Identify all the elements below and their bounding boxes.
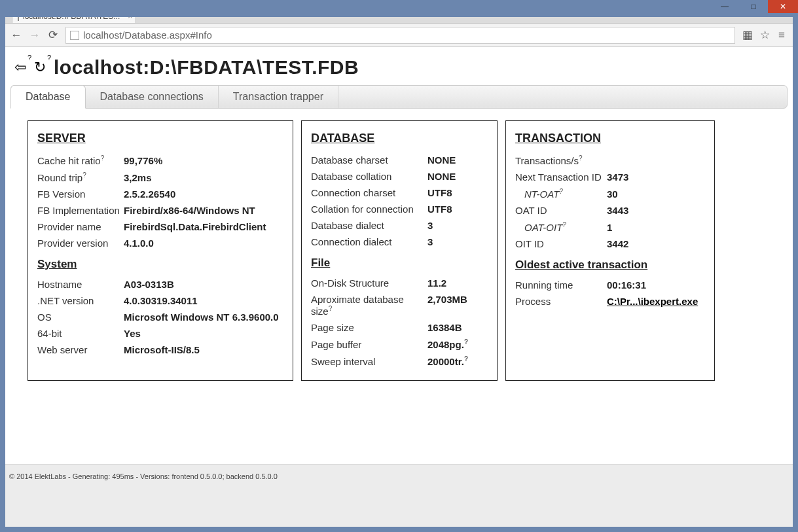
address-bar[interactable]: localhost/Database.aspx#Info [65, 27, 735, 44]
server-label: FB Implementation [37, 205, 124, 216]
transaction-value: 3473 [607, 171, 628, 183]
database-row: Collation for connectionUTF8 [311, 201, 488, 217]
tab-database-connections[interactable]: Database connections [86, 86, 219, 108]
file-label: Sweep interval [311, 356, 427, 367]
server-label: Provider name [37, 221, 124, 232]
back-icon[interactable]: ← [10, 29, 22, 42]
transaction-label: OAT ID [515, 205, 607, 216]
system-label: .NET version [37, 295, 124, 306]
file-value: 2,703MB [427, 294, 467, 305]
database-row: Database charsetNONE [311, 152, 488, 168]
file-title: File [311, 257, 488, 270]
database-row: Database collationNONE [311, 168, 488, 185]
database-value: 3 [427, 220, 433, 231]
database-value: NONE [427, 171, 456, 182]
window-minimize-button[interactable]: — [710, 0, 739, 13]
transaction-value: 3443 [607, 205, 628, 216]
extension-icon[interactable]: ▦ [742, 28, 753, 42]
back-page-icon[interactable]: ⇦? [14, 59, 26, 76]
menu-icon[interactable]: ≡ [776, 29, 788, 42]
file-label: Aproximate database size? [311, 294, 427, 317]
refresh-page-icon[interactable]: ↻? [34, 59, 46, 76]
system-row: Web serverMicrosoft-IIS/8.5 [37, 342, 283, 358]
reload-icon[interactable]: ⟳ [47, 28, 59, 42]
server-row: Round trip?3,2ms [37, 169, 283, 186]
url-text: localhost/Database.aspx#Info [83, 29, 212, 41]
system-value: Yes [124, 328, 141, 339]
server-value: 2.5.2.26540 [124, 188, 175, 200]
database-value: 3 [427, 236, 433, 247]
oat-label: Process [515, 296, 607, 307]
transaction-panel: TRANSACTION Transactions/s?Next Transact… [505, 120, 715, 381]
transaction-row: OAT ID3443 [515, 202, 705, 219]
system-title: System [37, 258, 283, 271]
database-row: Connection dialect3 [311, 234, 488, 250]
database-value: UTF8 [427, 187, 452, 198]
server-row: Provider nameFirebirdSql.Data.FirebirdCl… [37, 219, 283, 235]
oat-value[interactable]: C:\Pr...\ibexpert.exe [607, 296, 698, 307]
page-header: ⇦? ↻? localhost:D:\FBDATA\TEST.FDB [5, 47, 793, 85]
transaction-value: 30 [607, 188, 618, 200]
file-label: Page buffer [311, 339, 427, 350]
transaction-row: NT-OAT?30 [515, 185, 705, 202]
file-value: 11.2 [427, 277, 446, 289]
system-label: Hostname [37, 279, 124, 290]
database-value: UTF8 [427, 204, 452, 215]
window-close-button[interactable]: ✕ [768, 0, 798, 13]
transaction-label: OIT ID [515, 238, 607, 249]
system-value: A03-0313B [124, 279, 174, 290]
server-value: 3,2ms [124, 172, 152, 183]
database-label: Database collation [311, 171, 427, 182]
transaction-label: Transactions/s? [515, 154, 607, 166]
file-label: Page size [311, 322, 427, 333]
server-label: FB Version [37, 188, 124, 200]
page-icon [70, 31, 79, 40]
oat-row: Running time00:16:31 [515, 277, 705, 293]
oat-row: ProcessC:\Pr...\ibexpert.exe [515, 293, 705, 310]
server-value: 4.1.0.0 [124, 238, 154, 249]
database-value: NONE [427, 154, 456, 166]
window-maximize-button[interactable]: □ [739, 0, 768, 13]
transaction-title: TRANSACTION [515, 132, 705, 145]
server-value: Firebird/x86-64/Windows NT [124, 205, 255, 216]
bookmark-star-icon[interactable]: ☆ [759, 28, 771, 42]
transaction-value: 3442 [607, 238, 628, 249]
database-label: Collation for connection [311, 204, 427, 215]
main-tabs: DatabaseDatabase connectionsTransaction … [10, 85, 788, 109]
browser-toolbar: ← → ⟳ localhost/Database.aspx#Info ▦ ☆ ≡ [5, 24, 793, 47]
footer-text: © 2014 ElektLabs - Generating: 495ms - V… [9, 472, 278, 480]
tab-transaction-trapper[interactable]: Transaction trapper [219, 86, 338, 108]
oat-value: 00:16:31 [607, 279, 646, 291]
server-panel: SERVER Cache hit ratio?99,776%Round trip… [27, 120, 293, 381]
page-title: localhost:D:\FBDATA\TEST.FDB [54, 56, 359, 79]
database-label: Database dialect [311, 220, 427, 231]
server-label: Round trip? [37, 171, 124, 183]
tab-database[interactable]: Database [10, 85, 86, 109]
system-row: OSMicrosoft Windows NT 6.3.9600.0 [37, 309, 283, 325]
system-value: 4.0.30319.34011 [124, 295, 198, 306]
file-value: 20000tr.? [427, 355, 468, 367]
system-label: OS [37, 311, 124, 323]
database-label: Connection dialect [311, 236, 427, 247]
window-titlebar: — □ ✕ [0, 0, 798, 17]
file-row: Page size16384B [311, 319, 488, 336]
file-row: Sweep interval20000tr.? [311, 353, 488, 370]
oat-title: Oldest active transaction [515, 258, 705, 272]
transaction-label: OAT-OIT? [515, 221, 607, 233]
server-value: FirebirdSql.Data.FirebirdClient [124, 221, 266, 232]
server-title: SERVER [37, 132, 283, 145]
page-footer: © 2014 ElektLabs - Generating: 495ms - V… [5, 464, 793, 527]
transaction-row: OIT ID3442 [515, 236, 705, 252]
server-row: FB Version2.5.2.26540 [37, 186, 283, 202]
system-value: Microsoft-IIS/8.5 [124, 344, 200, 355]
transaction-value: 1 [607, 222, 612, 233]
file-row: Aproximate database size?2,703MB [311, 291, 488, 319]
server-row: Cache hit ratio?99,776% [37, 152, 283, 169]
oat-label: Running time [515, 279, 607, 291]
file-value: 2048pg.? [427, 338, 468, 350]
database-label: Connection charset [311, 187, 427, 198]
transaction-row: Next Transaction ID3473 [515, 169, 705, 185]
forward-icon: → [29, 29, 41, 42]
database-title: DATABASE [311, 132, 488, 145]
server-row: FB ImplementationFirebird/x86-64/Windows… [37, 202, 283, 219]
